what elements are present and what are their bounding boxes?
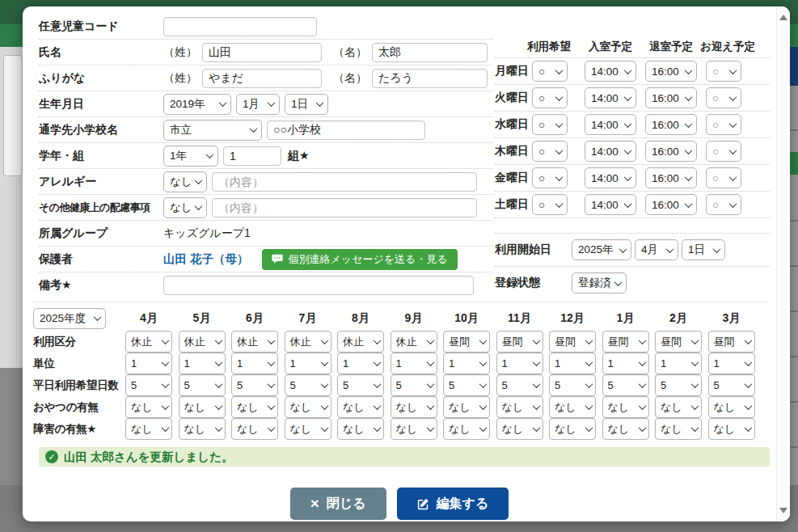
birth-month-select[interactable]: 1月 bbox=[236, 94, 280, 115]
pickup-select[interactable]: ○ bbox=[706, 114, 741, 135]
weekday-days-select[interactable]: 5 bbox=[443, 374, 490, 396]
unit-select[interactable]: 1 bbox=[655, 353, 702, 374]
dialog-scrollbar[interactable] bbox=[776, 6, 790, 521]
snack-select[interactable]: なし bbox=[496, 396, 543, 418]
school-type-select[interactable]: 市立 bbox=[163, 120, 262, 141]
unit-select[interactable]: 1 bbox=[549, 353, 596, 374]
disability-select[interactable]: なし bbox=[285, 418, 331, 440]
exit-time-select[interactable]: 16:00 bbox=[645, 194, 697, 215]
usage-wish-select[interactable]: ○ bbox=[532, 141, 568, 162]
snack-select[interactable]: なし bbox=[391, 396, 437, 418]
pickup-select[interactable]: ○ bbox=[706, 61, 741, 82]
close-button[interactable]: × 閉じる bbox=[290, 488, 386, 520]
unit-select[interactable]: 1 bbox=[285, 353, 331, 374]
weekday-days-select[interactable]: 5 bbox=[337, 374, 384, 396]
entry-time-select[interactable]: 14:00 bbox=[585, 141, 636, 162]
unit-select[interactable]: 1 bbox=[391, 353, 437, 374]
weekday-days-select[interactable]: 5 bbox=[602, 374, 649, 396]
start-day-select[interactable]: 1日 bbox=[682, 239, 725, 260]
disability-select[interactable]: なし bbox=[549, 418, 596, 440]
snack-select[interactable]: なし bbox=[443, 396, 490, 418]
health-detail-input[interactable] bbox=[212, 198, 477, 217]
weekday-days-select[interactable]: 5 bbox=[549, 374, 596, 396]
grade-select[interactable]: 1年 bbox=[163, 146, 218, 167]
pickup-select[interactable]: ○ bbox=[706, 194, 741, 215]
snack-select[interactable]: なし bbox=[337, 396, 384, 418]
unit-select[interactable]: 1 bbox=[708, 353, 755, 374]
weekday-days-select[interactable]: 5 bbox=[179, 374, 226, 396]
usage-category-select[interactable]: 休止 bbox=[179, 331, 226, 353]
snack-select[interactable]: なし bbox=[231, 396, 278, 418]
pickup-select[interactable]: ○ bbox=[706, 87, 741, 108]
start-month-select[interactable]: 4月 bbox=[635, 239, 678, 260]
usage-category-select[interactable]: 昼間 bbox=[443, 331, 490, 353]
usage-category-select[interactable]: 休止 bbox=[231, 331, 278, 353]
entry-time-select[interactable]: 14:00 bbox=[585, 61, 636, 82]
first-name-input[interactable] bbox=[372, 43, 488, 62]
exit-time-select[interactable]: 16:00 bbox=[645, 141, 697, 162]
unit-select[interactable]: 1 bbox=[602, 353, 649, 374]
usage-wish-select[interactable]: ○ bbox=[532, 194, 568, 215]
weekday-days-select[interactable]: 5 bbox=[125, 374, 172, 396]
usage-category-select[interactable]: 昼間 bbox=[602, 331, 649, 353]
disability-select[interactable]: なし bbox=[496, 418, 543, 440]
snack-select[interactable]: なし bbox=[708, 396, 755, 418]
entry-time-select[interactable]: 14:00 bbox=[585, 114, 636, 135]
exit-time-select[interactable]: 16:00 bbox=[645, 87, 697, 108]
class-input[interactable] bbox=[223, 146, 281, 166]
exit-time-select[interactable]: 16:00 bbox=[645, 114, 697, 135]
disability-select[interactable]: なし bbox=[602, 418, 649, 440]
weekday-days-select[interactable]: 5 bbox=[655, 374, 702, 396]
allergy-detail-input[interactable] bbox=[212, 172, 477, 192]
usage-wish-select[interactable]: ○ bbox=[532, 167, 568, 188]
usage-category-select[interactable]: 昼間 bbox=[708, 331, 755, 353]
scrollbar-down-arrow[interactable] bbox=[779, 508, 787, 513]
school-name-input[interactable] bbox=[267, 120, 425, 140]
usage-wish-select[interactable]: ○ bbox=[532, 87, 568, 108]
weekday-days-select[interactable]: 5 bbox=[496, 374, 543, 396]
snack-select[interactable]: なし bbox=[285, 396, 331, 418]
usage-category-select[interactable]: 休止 bbox=[337, 331, 384, 353]
disability-select[interactable]: なし bbox=[231, 418, 278, 440]
usage-category-select[interactable]: 休止 bbox=[285, 331, 331, 353]
unit-select[interactable]: 1 bbox=[337, 353, 384, 374]
usage-category-select[interactable]: 休止 bbox=[391, 331, 437, 353]
scrollbar-up-arrow[interactable] bbox=[779, 15, 787, 20]
usage-wish-select[interactable]: ○ bbox=[532, 114, 568, 135]
exit-time-select[interactable]: 16:00 bbox=[645, 167, 697, 188]
disability-select[interactable]: なし bbox=[655, 418, 702, 440]
exit-time-select[interactable]: 16:00 bbox=[645, 61, 697, 82]
unit-select[interactable]: 1 bbox=[231, 353, 278, 374]
usage-wish-select[interactable]: ○ bbox=[532, 61, 568, 82]
entry-time-select[interactable]: 14:00 bbox=[585, 87, 636, 108]
child-code-input[interactable] bbox=[163, 17, 317, 36]
snack-select[interactable]: なし bbox=[602, 396, 649, 418]
disability-select[interactable]: なし bbox=[125, 418, 172, 440]
start-year-select[interactable]: 2025年 bbox=[572, 239, 631, 260]
unit-select[interactable]: 1 bbox=[125, 353, 172, 374]
disability-select[interactable]: なし bbox=[179, 418, 226, 440]
birth-day-select[interactable]: 1日 bbox=[285, 94, 328, 115]
weekday-days-select[interactable]: 5 bbox=[708, 374, 755, 396]
note-input[interactable] bbox=[163, 276, 474, 295]
unit-select[interactable]: 1 bbox=[496, 353, 543, 374]
weekday-days-select[interactable]: 5 bbox=[391, 374, 437, 396]
usage-category-select[interactable]: 昼間 bbox=[549, 331, 596, 353]
snack-select[interactable]: なし bbox=[179, 396, 226, 418]
snack-select[interactable]: なし bbox=[125, 396, 172, 418]
guardian-link[interactable]: 山田 花子（母） bbox=[163, 251, 249, 267]
entry-time-select[interactable]: 14:00 bbox=[585, 194, 636, 215]
edit-button[interactable]: 編集する bbox=[397, 488, 509, 520]
disability-select[interactable]: なし bbox=[443, 418, 490, 440]
pickup-select[interactable]: ○ bbox=[706, 141, 741, 162]
usage-category-select[interactable]: 昼間 bbox=[496, 331, 543, 353]
snack-select[interactable]: なし bbox=[655, 396, 702, 418]
disability-select[interactable]: なし bbox=[391, 418, 437, 440]
usage-category-select[interactable]: 昼間 bbox=[655, 331, 702, 353]
send-message-button[interactable]: 個別連絡メッセージを送る・見る bbox=[262, 249, 458, 270]
kana-first-input[interactable] bbox=[372, 69, 488, 88]
pickup-select[interactable]: ○ bbox=[706, 167, 741, 188]
health-select[interactable]: なし bbox=[163, 197, 207, 218]
fiscal-year-select[interactable]: 2025年度 bbox=[33, 308, 106, 329]
allergy-select[interactable]: なし bbox=[163, 171, 207, 192]
